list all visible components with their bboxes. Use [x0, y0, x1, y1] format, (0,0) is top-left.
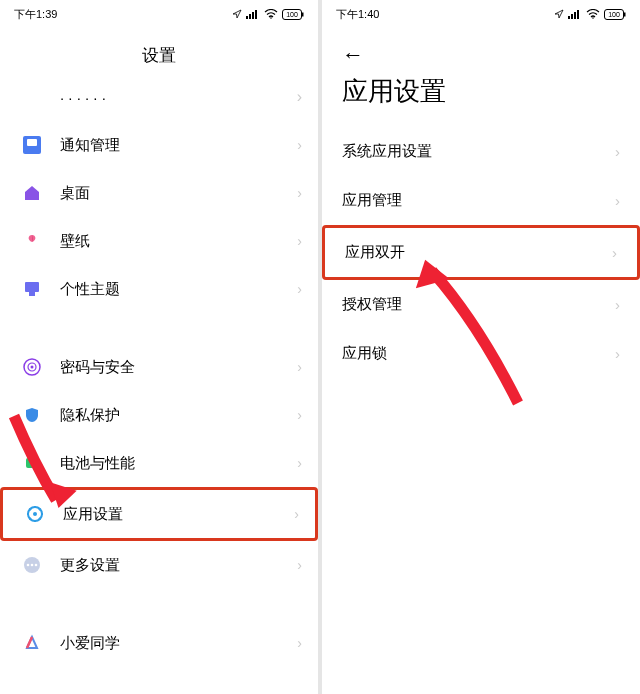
page-title: 应用设置 — [322, 72, 640, 127]
chevron-right-icon: › — [615, 143, 620, 160]
list-item-label: 系统应用设置 — [342, 142, 432, 161]
list-item-label: 应用双开 — [345, 243, 405, 262]
svg-rect-9 — [27, 139, 37, 146]
chevron-right-icon: › — [297, 557, 302, 573]
list-item-security[interactable]: 密码与安全 › — [0, 343, 318, 391]
list-item-system-apps[interactable]: 系统应用设置 › — [322, 127, 640, 176]
chevron-right-icon: › — [615, 296, 620, 313]
location-icon — [554, 9, 564, 19]
svg-point-14 — [31, 366, 34, 369]
status-bar: 下午1:39 100 — [0, 0, 318, 28]
list-item-partial[interactable]: · · · · · · › — [0, 87, 318, 121]
list-item-label: 隐私保护 — [60, 406, 297, 425]
svg-rect-23 — [568, 16, 570, 19]
svg-rect-7 — [302, 12, 304, 16]
list-item-label: 壁纸 — [60, 232, 297, 251]
status-indicators: 100 — [554, 9, 626, 20]
list-item-label: 授权管理 — [342, 295, 402, 314]
svg-point-22 — [35, 564, 38, 567]
list-item-label: · · · · · · — [60, 89, 297, 106]
svg-rect-25 — [574, 12, 576, 19]
list-item-app-settings[interactable]: 应用设置 › — [0, 487, 318, 541]
svg-rect-26 — [577, 10, 579, 19]
list-item-theme[interactable]: 个性主题 › — [0, 265, 318, 313]
list-item-battery[interactable]: 电池与性能 › — [0, 439, 318, 487]
wallpaper-icon — [22, 231, 42, 251]
svg-text:100: 100 — [608, 11, 620, 18]
status-bar: 下午1:40 100 — [322, 0, 640, 28]
battery-icon: 100 — [604, 9, 626, 20]
svg-point-18 — [33, 512, 37, 516]
status-indicators: 100 — [232, 9, 304, 20]
list-item-label: 电池与性能 — [60, 454, 297, 473]
svg-rect-30 — [624, 12, 626, 16]
svg-rect-2 — [252, 12, 254, 19]
list-item-label: 通知管理 — [60, 136, 297, 155]
sound-icon — [22, 87, 42, 107]
list-item-label: 密码与安全 — [60, 358, 297, 377]
chevron-right-icon: › — [297, 281, 302, 297]
svg-point-21 — [31, 564, 34, 567]
list-item-home[interactable]: 桌面 › — [0, 169, 318, 217]
chevron-right-icon: › — [297, 185, 302, 201]
svg-rect-16 — [29, 456, 35, 458]
list-item-app-manage[interactable]: 应用管理 › — [322, 176, 640, 225]
xiaoai-icon — [22, 633, 42, 653]
chevron-right-icon: › — [297, 233, 302, 249]
chevron-right-icon: › — [297, 359, 302, 375]
lock-icon — [22, 357, 42, 377]
status-time: 下午1:39 — [14, 7, 57, 22]
list-item-notification[interactable]: 通知管理 › — [0, 121, 318, 169]
settings-screen-left: 下午1:39 100 设置 · · · · · · › 通知管理 › 桌面 › … — [0, 0, 318, 694]
chevron-right-icon: › — [612, 244, 617, 261]
svg-point-20 — [27, 564, 30, 567]
notification-icon — [22, 135, 42, 155]
list-item-permissions[interactable]: 授权管理 › — [322, 280, 640, 329]
svg-rect-24 — [571, 14, 573, 19]
chevron-right-icon: › — [297, 137, 302, 153]
svg-rect-1 — [249, 14, 251, 19]
chevron-right-icon: › — [297, 635, 302, 651]
signal-icon — [568, 9, 582, 19]
wifi-icon — [586, 9, 600, 19]
chevron-right-icon: › — [615, 192, 620, 209]
battery-icon: 100 — [282, 9, 304, 20]
svg-text:100: 100 — [286, 11, 298, 18]
list-item-label: 更多设置 — [60, 556, 297, 575]
list-item-label: 应用锁 — [342, 344, 387, 363]
list-item-privacy[interactable]: 隐私保护 › — [0, 391, 318, 439]
privacy-icon — [22, 405, 42, 425]
page-title: 设置 — [0, 28, 318, 87]
location-icon — [232, 9, 242, 19]
list-item-label: 个性主题 — [60, 280, 297, 299]
back-button[interactable]: ← — [322, 28, 640, 72]
chevron-right-icon: › — [294, 506, 299, 522]
chevron-right-icon: › — [615, 345, 620, 362]
list-item-xiaoai[interactable]: 小爱同学 › — [0, 619, 318, 667]
list-item-dual-apps[interactable]: 应用双开 › — [322, 225, 640, 280]
list-item-label: 小爱同学 — [60, 634, 297, 653]
list-item-more[interactable]: 更多设置 › — [0, 541, 318, 589]
signal-icon — [246, 9, 260, 19]
list-item-label: 应用设置 — [63, 505, 294, 524]
app-settings-screen-right: 下午1:40 100 ← 应用设置 系统应用设置 › 应用管理 › 应用双开 ›… — [322, 0, 640, 694]
app-settings-icon — [25, 504, 45, 524]
status-time: 下午1:40 — [336, 7, 379, 22]
svg-rect-0 — [246, 16, 248, 19]
chevron-right-icon: › — [297, 407, 302, 423]
more-icon — [22, 555, 42, 575]
chevron-right-icon: › — [297, 455, 302, 471]
svg-rect-3 — [255, 10, 257, 19]
theme-icon — [22, 279, 42, 299]
svg-rect-11 — [29, 292, 35, 296]
svg-rect-15 — [26, 458, 38, 468]
chevron-right-icon: › — [297, 88, 302, 106]
home-icon — [22, 183, 42, 203]
svg-rect-10 — [25, 282, 39, 292]
list-item-app-lock[interactable]: 应用锁 › — [322, 329, 640, 378]
wifi-icon — [264, 9, 278, 19]
list-item-wallpaper[interactable]: 壁纸 › — [0, 217, 318, 265]
list-item-label: 应用管理 — [342, 191, 402, 210]
battery-perf-icon — [22, 453, 42, 473]
svg-point-4 — [270, 17, 272, 19]
